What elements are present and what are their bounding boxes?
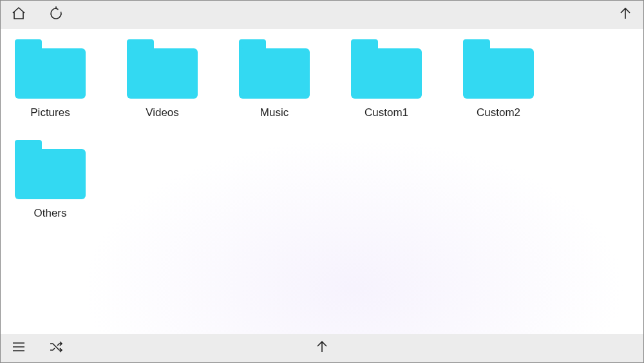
folder-icon [239, 39, 310, 99]
folder-icon [351, 39, 422, 99]
folder-label: Videos [146, 106, 179, 119]
folder-label: Others [33, 207, 66, 220]
folder-icon [15, 39, 86, 99]
arrow-up-icon [314, 339, 330, 357]
folder-icon [463, 39, 534, 99]
folder-icon [127, 39, 198, 99]
folder-item[interactable]: Custom1 [345, 39, 428, 119]
folder-item[interactable]: Others [8, 140, 92, 220]
refresh-button[interactable] [47, 6, 65, 24]
up-button-top[interactable] [616, 6, 634, 24]
up-button-bottom[interactable] [313, 339, 331, 357]
arrow-up-icon [618, 6, 633, 24]
folder-item[interactable]: Videos [120, 39, 204, 119]
folder-icon [15, 140, 86, 199]
shuffle-button[interactable] [47, 339, 65, 357]
home-button[interactable] [10, 6, 28, 24]
home-icon [11, 6, 26, 24]
folder-label: Music [260, 106, 289, 119]
folder-item[interactable]: Custom2 [457, 39, 540, 119]
hamburger-icon [11, 339, 26, 357]
folder-item[interactable]: Music [232, 39, 316, 119]
folder-label: Custom2 [477, 106, 520, 119]
folder-label: Custom1 [365, 106, 408, 119]
shuffle-icon [48, 339, 64, 357]
refresh-icon [48, 6, 64, 24]
folder-label: Pictures [30, 106, 70, 119]
folder-item[interactable]: Pictures [8, 39, 92, 119]
folder-grid-area: PicturesVideosMusicCustom1Custom2Others [1, 29, 643, 334]
top-toolbar [1, 1, 643, 29]
menu-button[interactable] [10, 339, 28, 357]
bottom-toolbar [1, 334, 643, 362]
